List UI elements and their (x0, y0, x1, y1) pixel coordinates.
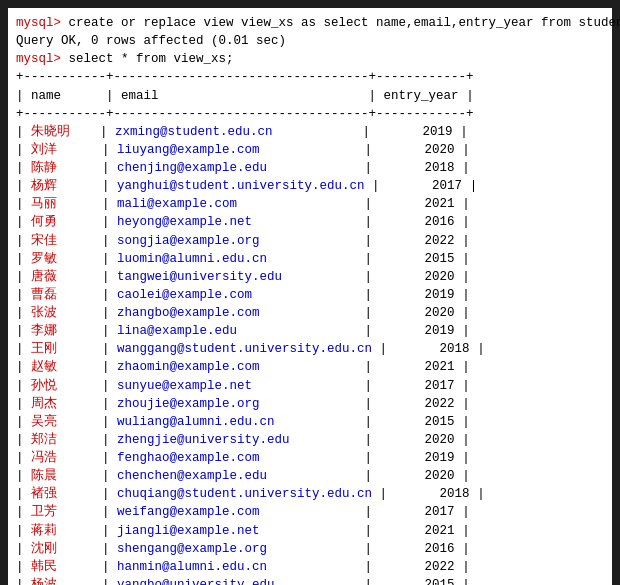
row-pipe-left-4: | (16, 197, 31, 211)
row-year-18: 2019 (380, 451, 455, 465)
row-pipe-left-22: | (16, 524, 31, 538)
row-pipe-mid-5: | (95, 215, 118, 229)
row-year-13: 2021 (380, 360, 455, 374)
row-pipe-mid-6: | (95, 234, 118, 248)
row-name-10: 张波 (31, 306, 57, 320)
row-pipe-right-22: | (455, 524, 470, 538)
row-pipe-mid-19: | (95, 469, 118, 483)
row-pipe-mid-2: | (95, 161, 118, 175)
row-year-16: 2015 (380, 415, 455, 429)
terminal-content: mysql> create or replace view view_xs as… (16, 14, 604, 585)
row-name-pad-10 (57, 306, 95, 320)
cmd-2: select * from view_xs; (61, 52, 234, 66)
row-email-7: luomin@alumni.edu.cn (117, 252, 357, 266)
row-year-5: 2016 (380, 215, 455, 229)
row-email-15: zhoujie@example.org (117, 397, 357, 411)
row-pipe-right-4: | (455, 197, 470, 211)
row-name-pad-0 (70, 125, 93, 139)
row-year-7: 2015 (380, 252, 455, 266)
row-email-23: shengang@example.org (117, 542, 357, 556)
row-pipe-right-3: | (462, 179, 477, 193)
row-year-0: 2019 (378, 125, 453, 139)
row-pipe-right-8: | (455, 270, 470, 284)
row-pipe-mid-20: | (95, 487, 118, 501)
cmd-1: create or replace view view_xs as select… (61, 16, 620, 30)
row-pipe-right-14: | (455, 379, 470, 393)
row-email-3: yanghui@student.university.edu.cn (117, 179, 365, 193)
row-pipe-right-18: | (455, 451, 470, 465)
row-pipe-mid2-24: | (357, 560, 380, 574)
row-pipe-mid2-22: | (357, 524, 380, 538)
row-name-17: 郑洁 (31, 433, 57, 447)
row-pipe-right-13: | (455, 360, 470, 374)
row-pipe-left-7: | (16, 252, 31, 266)
row-name-pad-21 (57, 505, 95, 519)
table-pipe2: | (361, 89, 384, 103)
row-name-4: 马丽 (31, 197, 57, 211)
row-name-9: 曹磊 (31, 288, 57, 302)
row-name-11: 李娜 (31, 324, 57, 338)
row-pipe-mid2-15: | (357, 397, 380, 411)
row-email-20: chuqiang@student.university.edu.cn (117, 487, 372, 501)
row-pipe-mid2-14: | (357, 379, 380, 393)
row-name-22: 蒋莉 (31, 524, 57, 538)
row-name-0: 朱晓明 (31, 125, 70, 139)
row-email-5: heyong@example.net (117, 215, 357, 229)
row-name-16: 吴亮 (31, 415, 57, 429)
row-name-6: 宋佳 (31, 234, 57, 248)
row-name-5: 何勇 (31, 215, 57, 229)
row-pipe-right-16: | (455, 415, 470, 429)
row-email-14: sunyue@example.net (117, 379, 357, 393)
header-year: entry_year (384, 89, 459, 103)
row-name-pad-20 (57, 487, 95, 501)
row-pipe-mid-23: | (95, 542, 118, 556)
row-pipe-left-14: | (16, 379, 31, 393)
row-pipe-left-15: | (16, 397, 31, 411)
row-name-pad-1 (57, 143, 95, 157)
row-pipe-right-17: | (455, 433, 470, 447)
row-name-pad-12 (57, 342, 95, 356)
row-pipe-right-1: | (455, 143, 470, 157)
row-pipe-mid-21: | (95, 505, 118, 519)
row-pipe-left-5: | (16, 215, 31, 229)
row-email-2: chenjing@example.edu (117, 161, 357, 175)
row-pipe-mid-24: | (95, 560, 118, 574)
row-pipe-mid2-8: | (357, 270, 380, 284)
row-pipe-mid-4: | (95, 197, 118, 211)
row-year-21: 2017 (380, 505, 455, 519)
row-pipe-right-0: | (453, 125, 468, 139)
row-pipe-mid-13: | (95, 360, 118, 374)
row-pipe-right-9: | (455, 288, 470, 302)
row-email-4: mali@example.com (117, 197, 357, 211)
row-pipe-mid2-20: | (372, 487, 395, 501)
row-name-3: 杨辉 (31, 179, 57, 193)
row-name-pad-16 (57, 415, 95, 429)
row-pipe-left-21: | (16, 505, 31, 519)
row-pipe-mid2-13: | (357, 360, 380, 374)
row-pipe-right-10: | (455, 306, 470, 320)
row-name-pad-13 (57, 360, 95, 374)
row-year-25: 2015 (380, 578, 455, 585)
row-name-pad-2 (57, 161, 95, 175)
row-pipe-right-19: | (455, 469, 470, 483)
row-email-11: lina@example.edu (117, 324, 357, 338)
row-name-pad-4 (57, 197, 95, 211)
row-pipe-left-12: | (16, 342, 31, 356)
prompt-2: mysql> (16, 52, 61, 66)
row-pipe-left-25: | (16, 578, 31, 585)
row-pipe-mid-3: | (95, 179, 118, 193)
row-pipe-left-19: | (16, 469, 31, 483)
row-pipe-mid-15: | (95, 397, 118, 411)
row-pipe-left-17: | (16, 433, 31, 447)
row-pipe-right-11: | (455, 324, 470, 338)
row-name-pad-25 (57, 578, 95, 585)
row-pipe-left-2: | (16, 161, 31, 175)
row-email-12: wanggang@student.university.edu.cn (117, 342, 372, 356)
row-name-18: 冯浩 (31, 451, 57, 465)
row-email-22: jiangli@example.net (117, 524, 357, 538)
row-year-8: 2020 (380, 270, 455, 284)
row-pipe-mid2-9: | (357, 288, 380, 302)
row-pipe-left-23: | (16, 542, 31, 556)
row-pipe-right-7: | (455, 252, 470, 266)
row-pipe-mid-10: | (95, 306, 118, 320)
